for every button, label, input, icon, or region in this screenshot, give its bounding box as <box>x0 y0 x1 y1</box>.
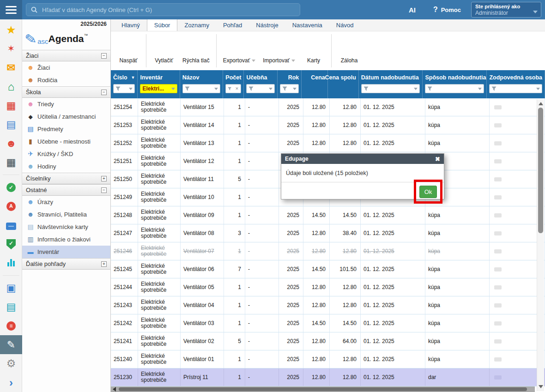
sidebar-item[interactable]: ☻ Hodiny <box>22 160 110 173</box>
scroll-down-icon[interactable] <box>539 385 543 388</box>
table-header-cell[interactable]: Názov <box>180 70 223 98</box>
rail-item[interactable]: ▤ <box>0 297 22 316</box>
section-toggle[interactable]: − <box>101 90 107 95</box>
table-row[interactable]: 251244 Elektrické spotrebiče Ventilátor … <box>111 278 545 296</box>
sidebar-item[interactable]: ☻ Žiaci <box>22 61 110 74</box>
toolbar-button[interactable]: Naspäť <box>114 34 143 68</box>
column-filter[interactable] <box>113 84 135 93</box>
table-row[interactable]: 251243 Elektrické spotrebiče Ventilátor … <box>111 296 545 314</box>
sidebar-item[interactable]: Žiaci − <box>22 50 110 61</box>
scroll-left-icon[interactable] <box>113 387 116 392</box>
menu-tab[interactable]: Návod <box>329 19 361 31</box>
table-header-cell[interactable]: Cena <box>302 70 328 98</box>
sidebar-item[interactable]: ☻ Triedy <box>22 98 110 110</box>
rail-item[interactable]: ▦ <box>0 96 22 115</box>
table-header-cell[interactable]: Učebňa <box>244 70 277 98</box>
column-filter[interactable]: Elektri... <box>140 84 177 93</box>
table-header-cell[interactable]: Spôsob nadobudnutia <box>423 70 487 98</box>
toolbar-button[interactable]: Importovať <box>259 34 299 68</box>
table-header-cell[interactable]: Inventár Elektri... <box>138 70 180 98</box>
rail-item[interactable]: ☻ <box>0 134 22 153</box>
sidebar-item[interactable]: ☻ Úrazy <box>22 196 110 208</box>
section-toggle[interactable]: + <box>101 176 107 181</box>
column-filter[interactable] <box>425 84 484 93</box>
rail-item[interactable] <box>0 216 22 235</box>
table-row[interactable]: 251240 Elektrické spotrebiče Ventilátor … <box>111 350 545 368</box>
table-header-cell[interactable]: Cena spolu <box>328 70 359 98</box>
dropdown-caret-icon[interactable] <box>252 60 255 62</box>
global-search[interactable] <box>26 3 300 16</box>
sidebar-item[interactable]: Škola − <box>22 86 110 98</box>
section-toggle[interactable]: + <box>101 261 107 267</box>
toolbar-button[interactable]: Rýchla tlač <box>179 34 213 68</box>
filter-caret-icon[interactable] <box>536 88 540 90</box>
table-row[interactable]: 251254 Elektrické spotrebiče Ventilátor … <box>111 98 545 116</box>
close-icon[interactable]: ✖ <box>435 156 440 162</box>
rail-item[interactable]: › <box>0 373 22 392</box>
menu-tab[interactable]: Nastavenia <box>285 19 329 31</box>
rail-item[interactable] <box>0 253 22 272</box>
section-toggle[interactable]: − <box>101 53 107 59</box>
sidebar-item[interactable]: ▮ Učebne - miestnosti <box>22 135 110 148</box>
sidebar-item[interactable]: ▤ Návštevnícke karty <box>22 221 110 233</box>
ai-button[interactable]: AI <box>409 6 416 14</box>
menu-tab[interactable]: Zoznamy <box>177 19 216 31</box>
table-row[interactable]: 251253 Elektrické spotrebiče Ventilátor … <box>111 116 545 134</box>
column-filter[interactable] <box>489 84 542 93</box>
sidebar-item[interactable]: Ostatné − <box>22 184 110 196</box>
table-row[interactable]: 251246 Elektrické spotrebiče Ventilátor … <box>111 242 545 260</box>
filter-caret-icon[interactable] <box>129 88 133 90</box>
table-header-cell[interactable]: Číslo▼ <box>111 70 138 98</box>
rail-item[interactable]: ▣ <box>0 278 22 297</box>
filter-clear-icon[interactable]: ✕ <box>235 86 239 91</box>
column-filter[interactable]: ✕ <box>225 84 241 93</box>
table-row[interactable]: 251245 Elektrické spotrebiče Ventilátor … <box>111 260 545 278</box>
table-header-cell[interactable]: Zodpovedná osoba <box>487 70 545 98</box>
rail-item[interactable]: ▦ <box>0 153 22 172</box>
sidebar-item[interactable]: ▥ Informácie o žiakovi <box>22 233 110 246</box>
sidebar-item[interactable]: ▬ Inventár <box>22 246 110 258</box>
menu-tab[interactable]: Hlavný <box>115 19 147 31</box>
rail-item[interactable]: ★ <box>0 20 22 39</box>
column-filter[interactable] <box>280 84 299 93</box>
filter-caret-icon[interactable] <box>214 88 218 90</box>
menu-tab[interactable]: Nástroje <box>249 19 285 31</box>
rail-item[interactable]: ✎ <box>0 335 22 354</box>
table-header-cell[interactable]: Počet ✕ <box>223 70 244 98</box>
rail-item[interactable]: ✓ <box>0 235 22 253</box>
toolbar-button[interactable]: Vytlačiť <box>149 34 179 68</box>
toolbar-button[interactable]: Záloha <box>334 34 364 68</box>
rail-item[interactable]: ≡ <box>0 316 22 335</box>
search-input[interactable] <box>41 6 295 14</box>
horizontal-scroll-thumb[interactable] <box>119 387 527 391</box>
rail-item[interactable]: ⌂ <box>0 77 22 96</box>
rail-item[interactable]: ⚙ <box>0 354 22 373</box>
table-row[interactable]: 251247 Elektrické spotrebiče Ventilátor … <box>111 224 545 242</box>
sidebar-item[interactable]: Ďalšie pohľady + <box>22 258 110 270</box>
rail-item[interactable]: ▤ <box>0 115 22 134</box>
scroll-up-icon[interactable] <box>539 102 543 105</box>
sidebar-item[interactable]: ✈ Krúžky / ŠKD <box>22 148 110 160</box>
table-header-cell[interactable]: Dátum nadobudnutia <box>359 70 423 98</box>
help-button[interactable]: ? Pomoc <box>433 6 461 14</box>
menu-tab[interactable]: Súbor <box>147 19 178 31</box>
ok-button[interactable]: Ok <box>419 186 437 198</box>
dropdown-caret-icon[interactable] <box>291 60 295 62</box>
rail-item[interactable]: ✶ <box>0 39 22 58</box>
rail-item[interactable]: ✓ <box>0 178 22 197</box>
vertical-scroll-thumb[interactable] <box>538 108 543 233</box>
sidebar-item[interactable]: ◆ Učitelia / zamestnanci <box>22 110 110 123</box>
sidebar-item[interactable]: ☻ Rodičia <box>22 74 110 86</box>
sidebar-item[interactable]: Číselníky + <box>22 173 110 184</box>
logged-in-user-menu[interactable]: Ste prihlásený ako Administrátor <box>471 2 541 18</box>
filter-caret-icon[interactable] <box>414 88 418 90</box>
table-row[interactable]: 251241 Elektrické spotrebiče Ventilátor … <box>111 332 545 350</box>
column-filter[interactable] <box>246 84 274 93</box>
filter-caret-icon[interactable] <box>171 88 175 90</box>
horizontal-scrollbar[interactable] <box>111 386 535 392</box>
column-filter[interactable] <box>182 84 220 93</box>
filter-caret-icon[interactable] <box>478 88 482 90</box>
hamburger-menu-icon[interactable] <box>0 0 22 19</box>
filter-caret-icon[interactable] <box>269 88 272 90</box>
table-header-cell[interactable]: Rok <box>278 70 302 98</box>
